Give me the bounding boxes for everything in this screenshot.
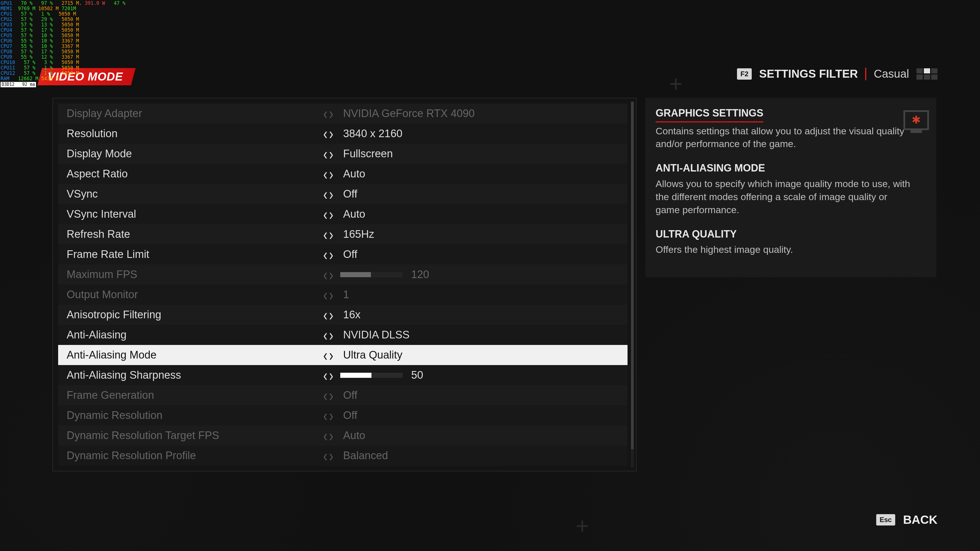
setting-label: VSync: [67, 188, 323, 200]
chevron-right-icon: ›: [329, 327, 334, 343]
setting-value: 16x: [340, 309, 360, 321]
bg-plus-icon: +: [576, 513, 589, 539]
back-label: BACK: [903, 513, 937, 527]
setting-label: Dynamic Resolution: [67, 409, 323, 421]
setting-row[interactable]: VSync Interval‹›Auto: [58, 204, 628, 224]
setting-label: Dynamic Resolution Profile: [67, 449, 323, 462]
chevron-left-icon: ‹: [323, 387, 328, 403]
setting-row: Frame Generation‹›Off: [58, 385, 628, 405]
setting-row[interactable]: Aspect Ratio‹›Auto: [58, 164, 628, 184]
setting-value: 3840 x 2160: [340, 127, 402, 140]
value-arrows: ‹›: [323, 389, 340, 402]
chevron-right-icon: ›: [329, 226, 334, 242]
setting-value: Fullscreen: [340, 148, 393, 160]
setting-row[interactable]: VSync‹›Off: [58, 184, 628, 204]
setting-value: Off: [340, 248, 357, 260]
setting-label: Refresh Rate: [67, 228, 323, 240]
chevron-right-icon: ›: [329, 267, 334, 283]
chevron-left-icon: ‹: [323, 105, 328, 122]
value-arrows: ‹›: [323, 107, 340, 120]
setting-row: Maximum FPS‹›120: [58, 264, 628, 284]
value-arrows: ‹›: [323, 289, 340, 301]
setting-label: Display Mode: [67, 148, 323, 160]
desc-heading-1: GRAPHICS SETTINGS: [655, 106, 764, 122]
chevron-right-icon: ›: [329, 206, 334, 222]
setting-row: Display Adapter‹›NVIDIA GeForce RTX 4090: [58, 103, 628, 124]
value-arrows[interactable]: ‹›: [323, 329, 340, 341]
chevron-left-icon: ‹: [323, 146, 328, 162]
setting-value: 165Hz: [340, 228, 374, 240]
chevron-right-icon: ›: [329, 347, 334, 363]
bg-plus-icon: +: [669, 71, 682, 97]
setting-label: Maximum FPS: [67, 268, 323, 281]
setting-label: VSync Interval: [67, 208, 323, 220]
slider[interactable]: 50: [340, 369, 423, 381]
setting-row[interactable]: Resolution‹›3840 x 2160: [58, 124, 628, 144]
setting-row[interactable]: Frame Rate Limit‹›Off: [58, 245, 628, 264]
chevron-left-icon: ‹: [323, 287, 328, 303]
chevron-right-icon: ›: [329, 367, 334, 383]
value-arrows[interactable]: ‹›: [323, 248, 340, 261]
setting-label: Resolution: [67, 127, 323, 140]
setting-label: Display Adapter: [67, 107, 323, 120]
value-arrows[interactable]: ‹›: [323, 188, 340, 200]
chevron-left-icon: ‹: [323, 246, 328, 262]
setting-row: Output Monitor‹›1: [58, 284, 628, 305]
settings-filter-control[interactable]: F2 SETTINGS FILTER Casual: [737, 67, 937, 80]
monitor-icon: ✱: [904, 110, 929, 130]
value-arrows[interactable]: ‹›: [323, 208, 340, 221]
setting-value: Auto: [340, 208, 365, 220]
scrollbar-thumb[interactable]: [631, 102, 634, 449]
chevron-left-icon: ‹: [323, 448, 328, 464]
chevron-right-icon: ›: [329, 287, 334, 303]
setting-value: Auto: [340, 429, 365, 441]
slider-value: 120: [411, 268, 429, 281]
setting-row[interactable]: Anti-Aliasing Mode‹›Ultra Quality: [58, 345, 628, 365]
setting-value: NVIDIA DLSS: [340, 329, 409, 341]
setting-value: NVIDIA GeForce RTX 4090: [340, 107, 475, 120]
settings-panel: Display Adapter‹›NVIDIA GeForce RTX 4090…: [52, 98, 636, 472]
setting-label: Output Monitor: [67, 289, 323, 301]
keycap-f2: F2: [737, 68, 752, 79]
setting-row[interactable]: Display Mode‹›Fullscreen: [58, 144, 628, 164]
setting-row[interactable]: Anisotropic Filtering‹›16x: [58, 305, 628, 325]
value-arrows[interactable]: ‹›: [323, 168, 340, 180]
chevron-right-icon: ›: [329, 146, 334, 162]
divider-icon: [865, 68, 866, 80]
chevron-right-icon: ›: [329, 186, 334, 202]
value-arrows[interactable]: ‹›: [323, 148, 340, 160]
setting-label: Anisotropic Filtering: [67, 309, 323, 321]
desc-text-2: Allows you to specify which image qualit…: [655, 178, 912, 216]
chevron-left-icon: ‹: [323, 125, 328, 142]
setting-label: Anti-Aliasing Sharpness: [67, 369, 323, 381]
chevron-right-icon: ›: [329, 105, 334, 122]
slider-value: 50: [411, 369, 423, 381]
scrollbar-track[interactable]: [631, 102, 634, 467]
setting-row[interactable]: Anti-Aliasing Sharpness‹›50: [58, 365, 628, 385]
chevron-right-icon: ›: [329, 407, 334, 424]
value-arrows[interactable]: ‹›: [323, 349, 340, 361]
setting-label: Aspect Ratio: [67, 168, 323, 180]
chevron-left-icon: ‹: [323, 267, 328, 283]
chevron-right-icon: ›: [329, 166, 334, 182]
value-arrows[interactable]: ‹›: [323, 228, 340, 241]
setting-value: Auto: [340, 168, 365, 180]
setting-value: 1: [340, 289, 349, 301]
settings-filter-label: SETTINGS FILTER: [759, 67, 858, 80]
grid-toggle-icon[interactable]: [916, 68, 937, 79]
setting-row[interactable]: Anti-Aliasing‹›NVIDIA DLSS: [58, 325, 628, 345]
chevron-left-icon: ‹: [323, 166, 328, 182]
value-arrows: ‹›: [323, 429, 340, 442]
setting-value: Ultra Quality: [340, 349, 402, 361]
value-arrows[interactable]: ‹›: [323, 127, 340, 140]
back-button[interactable]: Esc BACK: [876, 513, 937, 527]
value-arrows[interactable]: ‹›: [323, 369, 340, 381]
setting-row[interactable]: Refresh Rate‹›165Hz: [58, 224, 628, 245]
value-arrows[interactable]: ‹›: [323, 309, 340, 321]
setting-row: Dynamic Resolution Target FPS‹›Auto: [58, 426, 628, 446]
settings-filter-value: Casual: [873, 67, 909, 80]
chevron-left-icon: ‹: [323, 306, 328, 323]
chevron-right-icon: ›: [329, 387, 334, 403]
description-panel: ✱ GRAPHICS SETTINGS Contains settings th…: [645, 98, 936, 277]
setting-label: Dynamic Resolution Target FPS: [67, 429, 323, 441]
